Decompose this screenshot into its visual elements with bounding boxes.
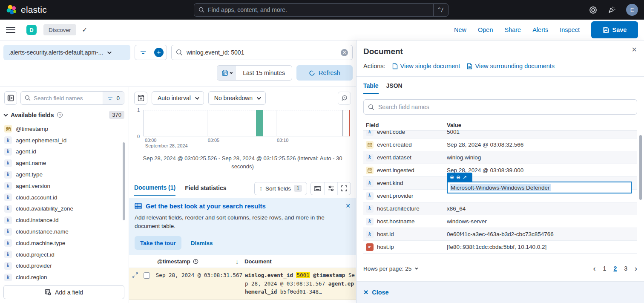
- field-item[interactable]: kagent.name: [0, 157, 129, 169]
- expand-cell-icon[interactable]: ↗: [463, 174, 467, 180]
- space-badge[interactable]: D: [26, 25, 37, 35]
- query-input[interactable]: [187, 49, 341, 56]
- table-row[interactable]: khost.id 0e60f41c-a3ec-463a-b3d2-cbc73c8…: [363, 228, 637, 241]
- field-item[interactable]: kcloud.provider: [0, 260, 129, 272]
- add-field-button[interactable]: Add a field: [3, 285, 124, 299]
- page-3[interactable]: 3: [624, 265, 627, 272]
- close-flyout-button[interactable]: ✕ Close: [363, 289, 389, 296]
- close-callout-icon[interactable]: ✕: [345, 202, 351, 209]
- field-filter-button[interactable]: 0: [103, 92, 124, 104]
- field-item[interactable]: kcloud.region: [0, 271, 129, 283]
- field-item[interactable]: kcloud.account.id: [0, 192, 129, 203]
- available-fields-header[interactable]: Available fields ? 370: [0, 105, 129, 122]
- view-single-document-link[interactable]: View single document: [392, 63, 460, 69]
- histogram-chart[interactable]: 1 0: [143, 110, 350, 136]
- filter-out-value-icon[interactable]: ⊖: [456, 174, 460, 180]
- global-search-input[interactable]: [208, 6, 433, 13]
- tab-table[interactable]: Table: [363, 82, 379, 94]
- previous-page-icon[interactable]: ‹: [593, 265, 596, 272]
- field-item[interactable]: kagent.type: [0, 169, 129, 180]
- global-search[interactable]: ^/: [194, 3, 448, 17]
- x-axis: 03:00 03:05 03:10 September 28, 2024: [143, 138, 350, 149]
- open-button[interactable]: Open: [478, 26, 493, 33]
- fullscreen-button[interactable]: [337, 182, 351, 195]
- breakdown-dropdown[interactable]: No breakdown: [208, 91, 266, 105]
- inspect-button[interactable]: Inspect: [560, 26, 580, 33]
- dismiss-button[interactable]: Dismiss: [191, 240, 213, 246]
- focused-value-cell[interactable]: Microsoft-Windows-Windows Defender: [447, 182, 632, 193]
- table-row[interactable]: IPhost.ip [fe80::938f:1cdc:cbda:5bbf, 10…: [363, 241, 637, 254]
- newsfeed-icon[interactable]: [607, 6, 616, 14]
- row-value[interactable]: [fe80::938f:1cdc:cbda:5bbf, 10.140.0.2]: [447, 244, 546, 250]
- field-item[interactable]: @timestamp: [0, 123, 129, 135]
- row-value[interactable]: 5001: [447, 130, 460, 135]
- available-fields-count: 370: [109, 111, 124, 119]
- new-button[interactable]: New: [454, 26, 466, 33]
- row-value[interactable]: winlog.winlog: [447, 154, 481, 161]
- tab-documents[interactable]: Documents (1): [134, 184, 175, 196]
- display-options-button[interactable]: [324, 182, 337, 195]
- row-value[interactable]: Sep 28, 2024 @ 03:08:32.566: [447, 141, 523, 148]
- menu-icon[interactable]: [6, 27, 15, 33]
- interval-dropdown[interactable]: Auto interval: [152, 91, 204, 105]
- field-item[interactable]: kcloud.machine.type: [0, 237, 129, 249]
- expand-document-icon[interactable]: [129, 271, 142, 296]
- page-1[interactable]: 1: [603, 265, 607, 272]
- data-view-picker[interactable]: .alerts-security.alerts-default,apm-...: [3, 45, 130, 60]
- table-row[interactable]: khost.architecture x86_64: [363, 202, 637, 215]
- field-item[interactable]: kagent.version: [0, 180, 129, 192]
- table-row[interactable]: khost.hostname windows-server: [363, 215, 637, 228]
- row-value[interactable]: 0e60f41c-a3ec-463a-b3d2-cbc73c854766: [447, 231, 554, 237]
- timestamp-column-header[interactable]: @timestamp: [157, 258, 190, 265]
- hide-chart-button[interactable]: [134, 92, 147, 105]
- sort-fields-button[interactable]: ↕ Sort fields 1: [254, 182, 307, 195]
- field-item[interactable]: kcloud.availability_zone: [0, 203, 129, 215]
- page-2-active[interactable]: 2: [613, 265, 617, 272]
- field-item[interactable]: kagent.id: [0, 146, 129, 158]
- save-button[interactable]: Save: [591, 21, 638, 38]
- share-button[interactable]: Share: [504, 26, 521, 33]
- table-row[interactable]: kevent.dataset winlog.winlog: [363, 151, 637, 164]
- help-icon[interactable]: [589, 6, 597, 14]
- table-scrollbar[interactable]: [639, 135, 642, 200]
- close-flyout-icon[interactable]: ✕: [632, 46, 637, 54]
- field-name: agent.name: [16, 160, 46, 166]
- sort-descending-icon[interactable]: ↓: [236, 258, 239, 265]
- clear-query-icon[interactable]: ✕: [341, 49, 348, 56]
- breadcrumb[interactable]: Discover: [43, 24, 76, 35]
- date-picker-quick-menu[interactable]: [217, 66, 236, 80]
- collapse-sidebar-button[interactable]: [4, 91, 17, 105]
- user-avatar[interactable]: E: [626, 4, 638, 16]
- keyboard-shortcuts-button[interactable]: [311, 182, 324, 195]
- table-row[interactable]: kevent.code 5001: [363, 130, 637, 139]
- filter-for-value-icon[interactable]: ⊕: [450, 174, 454, 180]
- take-tour-button[interactable]: Take the tour: [135, 236, 181, 250]
- select-document-checkbox[interactable]: [144, 272, 150, 279]
- time-range-button[interactable]: Last 15 minutes: [236, 66, 292, 80]
- view-surrounding-documents-link[interactable]: View surrounding documents: [467, 63, 555, 69]
- flyout-search-input[interactable]: [378, 104, 632, 110]
- histogram-bar[interactable]: [256, 110, 263, 136]
- row-value[interactable]: windows-server: [447, 218, 487, 225]
- row-value[interactable]: x86_64: [447, 205, 466, 212]
- alerts-button[interactable]: Alerts: [532, 26, 548, 33]
- keyword-field-icon: k: [4, 159, 12, 167]
- field-item[interactable]: kcloud.project.id: [0, 249, 129, 260]
- tab-json[interactable]: JSON: [386, 82, 402, 94]
- field-item[interactable]: kagent.ephemeral_id: [0, 135, 129, 146]
- chart-inspect-button[interactable]: [338, 92, 351, 105]
- sidebar-scrollbar[interactable]: [123, 142, 125, 220]
- field-item[interactable]: kcloud.instance.id: [0, 214, 129, 226]
- next-page-icon[interactable]: ›: [635, 265, 637, 272]
- table-row[interactable]: event.created Sep 28, 2024 @ 03:08:32.56…: [363, 139, 637, 151]
- filter-menu-button[interactable]: [135, 45, 151, 60]
- refresh-button[interactable]: Refresh: [296, 65, 353, 81]
- field-search-input[interactable]: [34, 95, 103, 101]
- document-column-header[interactable]: Document: [244, 258, 356, 265]
- field-item[interactable]: kcloud.instance.name: [0, 226, 129, 237]
- elastic-logo[interactable]: elastic: [6, 4, 47, 15]
- rows-per-page-button[interactable]: Rows per page: 25: [363, 265, 417, 272]
- add-filter-button[interactable]: +: [151, 45, 167, 60]
- document-row[interactable]: Sep 28, 2024 @ 03:08:31.567 winlog.event…: [129, 268, 356, 300]
- tab-field-statistics[interactable]: Field statistics: [185, 185, 226, 195]
